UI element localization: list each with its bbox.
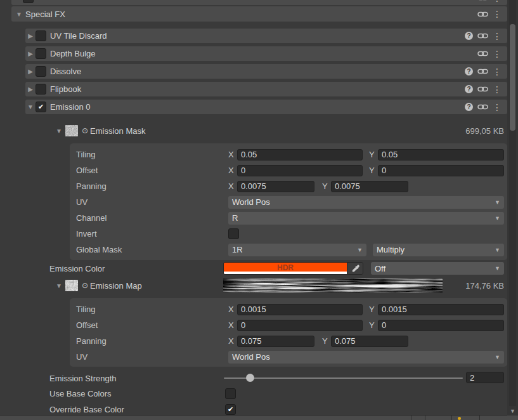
global-mask-blend-dropdown[interactable]: Multiply ▼: [373, 244, 504, 256]
color-field: HDR: [223, 262, 363, 275]
use-base-colors-checkbox[interactable]: [225, 388, 236, 399]
map-uv-dropdown[interactable]: World Pos ▼: [228, 351, 504, 364]
emission-strength-slider[interactable]: [224, 377, 463, 379]
emission-map-preview[interactable]: [223, 279, 443, 292]
group-row-depth-bulge[interactable]: ▶ Depth Bulge ⋮: [25, 46, 507, 61]
group-row-emission-0[interactable]: ▼ ✔ Emission 0 ? ⋮: [25, 100, 507, 114]
kebab-menu-icon[interactable]: ⋮: [493, 85, 502, 94]
foldout-open-icon[interactable]: ▼: [54, 128, 64, 135]
group-row-dissolve[interactable]: ▶ Dissolve ? ⋮: [25, 64, 507, 79]
global-mask-dropdown[interactable]: 1R ▼: [228, 244, 366, 256]
kebab-menu-icon[interactable]: ⋮: [493, 32, 502, 41]
section-title: Special FX: [25, 10, 65, 19]
mask-tiling-y-input[interactable]: [378, 149, 504, 161]
warning-icon: [458, 417, 461, 420]
y-axis-label: Y: [369, 150, 378, 159]
vertical-scrollbar[interactable]: ▼: [507, 0, 518, 416]
clipped-row-body[interactable]: ⋮: [11, 0, 507, 5]
emission-color-swatch[interactable]: HDR: [224, 263, 347, 274]
emission-strength-value-input[interactable]: [466, 372, 504, 383]
flipbook-checkbox[interactable]: [36, 84, 46, 95]
mask-tiling-x-input[interactable]: [237, 149, 363, 161]
mask-panning-y-input[interactable]: [331, 181, 408, 192]
channel-row: Channel R ▼: [70, 210, 504, 226]
x-axis-label: X: [228, 150, 237, 159]
map-panning-y-input[interactable]: [331, 336, 408, 347]
map-tiling-y-input[interactable]: [378, 304, 504, 315]
dropdown-value: Multiply: [377, 245, 405, 254]
map-panning-x-input[interactable]: [237, 336, 314, 347]
foldout-open-icon[interactable]: ▼: [14, 11, 24, 18]
foldout-open-icon[interactable]: ▼: [54, 282, 64, 289]
help-icon[interactable]: ?: [465, 32, 473, 40]
help-icon[interactable]: ?: [465, 85, 473, 93]
field-label: Panning: [76, 336, 228, 346]
kebab-menu-icon[interactable]: ⋮: [493, 49, 502, 58]
mask-offset-y-input[interactable]: [378, 165, 504, 176]
kebab-menu-icon[interactable]: ⋮: [493, 10, 502, 18]
link-icon[interactable]: [477, 86, 488, 93]
chevron-down-icon: ▼: [495, 247, 500, 253]
emission-0-checkbox[interactable]: ✔: [36, 102, 46, 112]
link-icon[interactable]: [477, 68, 488, 75]
kebab-menu-icon[interactable]: ⋮: [493, 0, 502, 3]
link-icon[interactable]: [477, 103, 488, 110]
status-divider: [411, 416, 411, 420]
x-axis-label: X: [228, 166, 237, 175]
eyedropper-button[interactable]: [347, 263, 363, 274]
dissolve-checkbox[interactable]: [36, 66, 46, 77]
alpha-bar: [224, 272, 347, 274]
help-icon[interactable]: ?: [465, 67, 473, 75]
scroll-down-arrow[interactable]: ▼: [510, 408, 515, 414]
emission-color-mode-dropdown[interactable]: Off ▼: [371, 262, 504, 275]
map-offset-y-input[interactable]: [378, 320, 504, 331]
depth-bulge-checkbox[interactable]: [36, 48, 46, 59]
property-label: Override Base Color: [0, 405, 124, 414]
y-axis-label: Y: [369, 320, 378, 330]
group-row-uv-tile-discard[interactable]: ▶ UV Tile Discard ? ⋮: [25, 29, 507, 43]
foldout-closed-icon[interactable]: ▶: [25, 68, 36, 75]
invert-row: Invert: [70, 226, 504, 242]
texture-row-emission-mask[interactable]: ▼ ⊙ Emission Mask 699,05 KB: [0, 122, 507, 139]
texture-row-emission-map[interactable]: ▼ ⊙ Emission Map 174,76 KB: [0, 277, 507, 294]
group-label: Depth Bulge: [50, 49, 96, 58]
override-base-color-row: Override Base Color ✔: [0, 404, 507, 415]
mask-panning-x-input[interactable]: [237, 181, 314, 192]
mask-channel-dropdown[interactable]: R ▼: [228, 212, 504, 225]
link-icon[interactable]: [477, 0, 488, 1]
field-label: Offset: [76, 320, 228, 330]
foldout-closed-icon[interactable]: ▶: [25, 86, 36, 93]
kebab-menu-icon[interactable]: ⋮: [493, 67, 502, 76]
emission-strength-handle[interactable]: [246, 374, 254, 382]
mask-invert-checkbox[interactable]: [228, 228, 239, 239]
chevron-down-icon: ▼: [495, 265, 500, 272]
foldout-closed-icon[interactable]: ▶: [25, 32, 36, 39]
foldout-closed-icon[interactable]: ▶: [25, 50, 36, 57]
kebab-menu-icon[interactable]: ⋮: [493, 103, 502, 112]
uv-tile-discard-checkbox[interactable]: [36, 30, 46, 41]
dropdown-value: World Pos: [232, 352, 270, 362]
map-offset-x-input[interactable]: [237, 320, 363, 331]
help-icon[interactable]: ?: [465, 103, 473, 111]
dropdown-value: 1R: [232, 245, 243, 254]
property-label: Emission Strength: [0, 374, 117, 383]
foldout-open-icon[interactable]: ▼: [25, 103, 36, 110]
emission-mask-settings-panel: Tiling X Y Offset X Y Panning X Y UV Wor…: [70, 143, 507, 260]
group-row-flipbook[interactable]: ▶ Flipbook ? ⋮: [25, 82, 507, 96]
field-label: UV: [76, 352, 228, 362]
clipped-row-checkbox[interactable]: [23, 0, 34, 3]
override-base-color-checkbox[interactable]: ✔: [225, 404, 236, 415]
link-icon[interactable]: [477, 11, 488, 18]
mask-uv-dropdown[interactable]: World Pos ▼: [228, 196, 504, 209]
link-icon[interactable]: [477, 32, 488, 39]
mask-offset-x-input[interactable]: [237, 165, 363, 176]
emission-map-thumbnail[interactable]: [65, 280, 78, 291]
texture-picker-icon: ⊙: [82, 126, 88, 135]
link-icon[interactable]: [477, 50, 488, 57]
scrollbar-thumb[interactable]: [510, 24, 515, 131]
field-label: Tiling: [76, 150, 228, 159]
emission-mask-thumbnail[interactable]: [65, 125, 78, 136]
texture-picker-icon: ⊙: [82, 281, 88, 290]
map-tiling-x-input[interactable]: [237, 304, 363, 315]
section-header-special-fx[interactable]: ▼ Special FX ⋮: [11, 6, 507, 22]
